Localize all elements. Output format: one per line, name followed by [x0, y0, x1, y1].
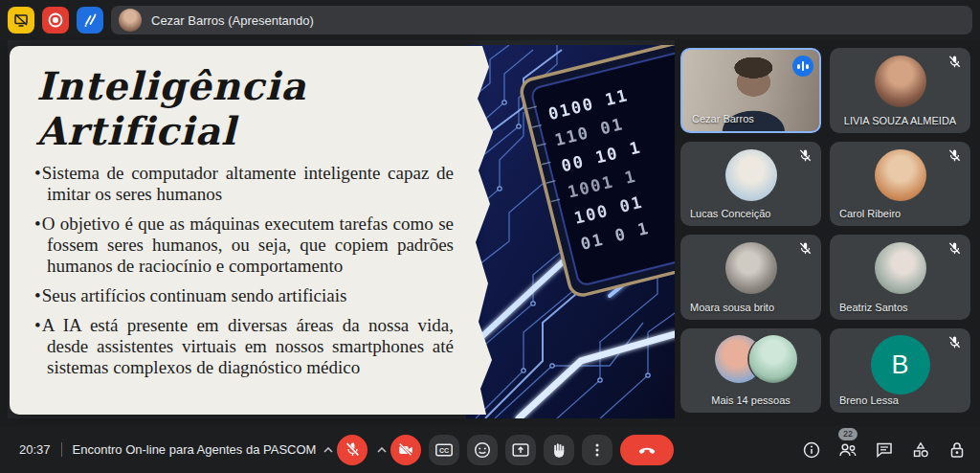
audio-activity-icon — [792, 56, 813, 77]
raise-hand-icon — [550, 441, 568, 459]
chat-icon — [875, 440, 894, 460]
participant-name: Moara sousa brito — [690, 302, 774, 313]
participant-tile-carol-ribeiro[interactable]: Carol Ribeiro — [830, 142, 970, 227]
slide-bullet: Seus artifícios continuam sendo artifici… — [34, 285, 454, 306]
more-vertical-icon — [590, 442, 605, 458]
participant-count-badge: 22 — [838, 428, 858, 440]
participant-name: Cezar Barros — [692, 113, 754, 124]
raise-hand-button[interactable] — [544, 435, 574, 465]
host-controls-button[interactable] — [947, 439, 968, 461]
annotate-icon — [82, 12, 98, 28]
chevron-up-icon — [323, 447, 333, 453]
presentation-off-button[interactable] — [8, 7, 34, 34]
camera-options-chevron[interactable] — [375, 435, 389, 465]
overflow-count-label: Mais 14 pessoas — [680, 394, 821, 406]
presentation-off-icon — [13, 12, 29, 28]
mic-off-icon — [345, 441, 361, 458]
slide-bullet: Sistema de computador altamente intelige… — [34, 163, 454, 205]
slide-title: Inteligência Artificial — [36, 63, 457, 153]
svg-text:CC: CC — [439, 447, 449, 454]
slide-bullet-list: Sistema de computador altamente intelige… — [33, 163, 457, 378]
more-options-button[interactable] — [582, 435, 612, 465]
call-controls: CC — [322, 426, 674, 473]
presenter-avatar — [119, 9, 142, 32]
participant-name: Beatriz Santos — [839, 302, 908, 313]
mic-off-icon — [798, 241, 813, 256]
meeting-name: Encontro On-line para Agentes da PASCOM — [73, 442, 317, 457]
participant-tile-breno-lessa[interactable]: B Breno Lessa — [830, 328, 970, 414]
shared-presentation: 0100 11 110 01 00 10 1 1001 1 100 01 01 … — [8, 40, 675, 418]
participant-name: LIVIA SOUZA ALMEIDA — [830, 115, 970, 126]
avatar — [725, 242, 777, 294]
bottom-bar: 20:37 Encontro On-line para Agentes da P… — [0, 426, 980, 473]
participant-tile-cezar-barros[interactable]: Cezar Barros — [680, 48, 821, 133]
chat-panel-button[interactable] — [874, 439, 895, 461]
mic-off-icon — [947, 55, 962, 69]
presenter-pill[interactable]: Cezar Barros (Apresentando) — [111, 6, 972, 34]
reactions-button[interactable] — [467, 435, 498, 465]
participant-tile-moara-sousa-brito[interactable]: Moara sousa brito — [680, 235, 821, 320]
present-button[interactable] — [505, 435, 536, 465]
smiley-icon — [473, 440, 492, 460]
present-screen-icon — [511, 440, 530, 460]
participant-name: Carol Ribeiro — [839, 208, 901, 219]
mic-off-icon — [947, 241, 962, 256]
chevron-up-icon — [377, 447, 387, 453]
people-panel-button[interactable]: 22 — [837, 439, 858, 461]
avatar — [875, 149, 926, 201]
top-bar: Cezar Barros (Apresentando) — [0, 0, 980, 40]
record-button[interactable] — [42, 7, 69, 34]
mic-off-icon — [947, 148, 962, 163]
slide-bullet: A IA está presente em diversas áreas da … — [34, 315, 454, 378]
camera-toggle-button[interactable] — [390, 435, 421, 465]
slide-paper: Inteligência Artificial Sistema de compu… — [10, 46, 473, 415]
captions-icon: CC — [434, 440, 454, 460]
meet-window: Cezar Barros (Apresentando) — [0, 0, 980, 473]
activities-icon — [911, 440, 930, 460]
info-icon — [802, 440, 821, 460]
participant-tile-lucas-conceicao[interactable]: Lucas Conceição — [680, 142, 821, 227]
overflow-avatars — [707, 335, 795, 385]
mic-toggle-button[interactable] — [337, 435, 368, 465]
torn-paper-edge — [473, 46, 498, 415]
avatar — [725, 149, 777, 201]
participant-name: Lucas Conceição — [690, 208, 770, 219]
captions-button[interactable]: CC — [429, 435, 459, 465]
record-icon — [47, 11, 64, 29]
participant-name: Breno Lessa — [839, 394, 899, 406]
end-call-icon — [636, 439, 657, 461]
clock: 20:37 — [19, 442, 51, 457]
meeting-info: 20:37 Encontro On-line para Agentes da P… — [19, 426, 316, 473]
end-call-button[interactable] — [620, 435, 674, 465]
participant-grid: Cezar Barros LIVIA SOUZA ALMEIDA Lucas C… — [680, 48, 970, 413]
divider — [61, 442, 62, 457]
participant-tile-overflow[interactable]: Mais 14 pessoas — [680, 328, 821, 414]
mic-off-icon — [947, 335, 962, 349]
mic-options-chevron[interactable] — [322, 435, 335, 465]
lock-icon — [947, 440, 967, 460]
avatar — [875, 56, 926, 107]
presenter-label: Cezar Barros (Apresentando) — [151, 13, 314, 28]
avatar-initial: B — [871, 335, 930, 394]
participant-tile-livia-souza-almeida[interactable]: LIVIA SOUZA ALMEIDA — [830, 48, 970, 133]
slide-bullet: O objetivo é que as máquinas executem ta… — [34, 214, 454, 277]
meeting-panels: 22 — [801, 426, 968, 473]
avatar — [875, 242, 926, 294]
camera-off-icon — [397, 441, 414, 459]
annotate-button[interactable] — [77, 7, 103, 34]
people-icon — [837, 439, 858, 461]
activities-button[interactable] — [910, 439, 931, 461]
meeting-details-button[interactable] — [801, 439, 822, 461]
participant-tile-beatriz-santos[interactable]: Beatriz Santos — [830, 235, 970, 320]
mic-off-icon — [798, 148, 813, 163]
avatar — [749, 335, 797, 383]
